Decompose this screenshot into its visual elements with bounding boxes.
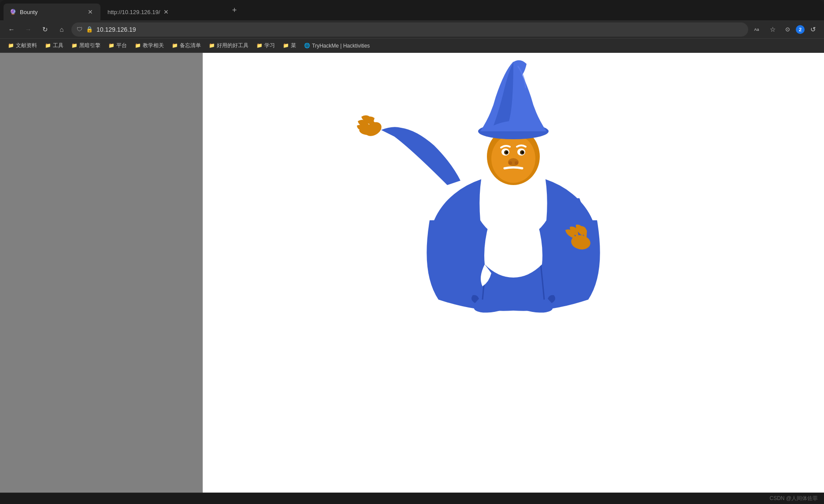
bookmark-icon: 📁 <box>283 43 289 48</box>
svg-point-14 <box>515 161 518 165</box>
forward-button[interactable]: → <box>21 22 35 37</box>
bookmarks-bar: 📁文献资料📁工具📁黑暗引擎📁平台📁教学相关📁备忘清单📁好用的好工具📁学习📁菜🌐T… <box>0 39 824 53</box>
bookmark-star-button[interactable]: ☆ <box>766 23 779 36</box>
bookmark-label: 菜 <box>291 42 296 49</box>
bookmark-item[interactable]: 📁工具 <box>41 40 67 51</box>
navigation-bar: ← → ↻ ⌂ 🛡 🔒 10.129.126.19 Aa ☆ ⊙ 2 <box>0 20 824 39</box>
bookmark-item[interactable]: 📁好用的好工具 <box>205 40 252 51</box>
translate-button[interactable]: Aa <box>751 23 764 36</box>
bookmark-item[interactable]: 📁菜 <box>279 40 300 51</box>
bookmark-item[interactable]: 📁黑暗引擎 <box>68 40 104 51</box>
bookmark-item[interactable]: 📁学习 <box>253 40 278 51</box>
svg-point-11 <box>522 152 524 154</box>
inactive-tab-close[interactable]: ✕ <box>163 8 169 15</box>
profile-badge[interactable]: 2 <box>796 25 805 34</box>
back-button[interactable]: ← <box>4 22 19 37</box>
url-text: 10.129.126.19 <box>97 26 136 33</box>
bookmark-label: 好用的好工具 <box>217 42 249 49</box>
lock-icon: 🔒 <box>86 26 93 33</box>
bookmark-label: 教学相关 <box>143 42 164 49</box>
active-tab[interactable]: 🔮 Bounty ✕ <box>4 4 100 20</box>
tab-bar: 🔮 Bounty ✕ http://10.129.126.19/ ✕ + <box>0 0 824 20</box>
page-content: ✦ ✦ <box>0 53 824 493</box>
bookmark-icon: 📁 <box>209 43 215 48</box>
left-panel <box>0 53 203 493</box>
bookmark-item[interactable]: 📁教学相关 <box>131 40 167 51</box>
shield-icon: 🛡 <box>77 26 82 33</box>
browser-window: 🔮 Bounty ✕ http://10.129.126.19/ ✕ + ← →… <box>0 0 824 504</box>
tab-favicon: 🔮 <box>10 9 16 15</box>
bookmark-label: TryHackMe | Hacktivities <box>312 43 370 49</box>
right-panel: ✦ ✦ <box>203 53 824 493</box>
svg-point-13 <box>509 161 512 165</box>
refresh-button[interactable]: ↻ <box>38 22 52 37</box>
bookmark-label: 学习 <box>264 42 275 49</box>
bookmark-icon: 📁 <box>71 43 78 48</box>
wizard-illustration: ✦ ✦ <box>324 53 703 313</box>
tab-title: Bounty <box>20 9 83 15</box>
svg-text:✦: ✦ <box>480 104 486 111</box>
history-button[interactable]: ↺ <box>806 23 820 36</box>
bookmark-label: 工具 <box>53 42 63 49</box>
bookmark-item[interactable]: 📁文献资料 <box>4 40 41 51</box>
bookmark-label: 备忘清单 <box>180 42 201 49</box>
bookmark-icon: 📁 <box>135 43 141 48</box>
svg-text:Aa: Aa <box>754 27 759 32</box>
bookmark-icon: 📁 <box>8 43 14 48</box>
svg-text:✦: ✦ <box>540 97 543 102</box>
bookmark-label: 平台 <box>116 42 127 49</box>
bookmark-icon: 📁 <box>256 43 263 48</box>
new-tab-button[interactable]: + <box>227 3 241 17</box>
bookmark-item[interactable]: 📁备忘清单 <box>168 40 204 51</box>
bookmark-icon: 📁 <box>172 43 178 48</box>
svg-point-10 <box>506 152 508 154</box>
bookmark-item[interactable]: 🌐TryHackMe | Hacktivities <box>301 41 373 51</box>
home-button[interactable]: ⌂ <box>55 22 69 37</box>
bookmark-icon: 📁 <box>45 43 51 48</box>
toolbar-right: Aa ☆ ⊙ 2 ↺ <box>751 23 820 36</box>
inactive-tab-url: http://10.129.126.19/ <box>108 9 160 15</box>
pocket-button[interactable]: ⊙ <box>781 23 794 36</box>
bookmark-icon: 📁 <box>108 43 115 48</box>
address-bar[interactable]: 🛡 🔒 10.129.126.19 <box>71 22 748 37</box>
watermark-text: CSDN @人间体佐菲 <box>769 495 818 502</box>
bookmark-icon: 🌐 <box>304 43 310 48</box>
bookmark-label: 文献资料 <box>16 42 37 49</box>
bookmark-item[interactable]: 📁平台 <box>105 40 130 51</box>
footer-bar: CSDN @人间体佐菲 <box>0 493 824 504</box>
bookmark-label: 黑暗引擎 <box>79 42 100 49</box>
tab-close-button[interactable]: ✕ <box>86 8 94 16</box>
